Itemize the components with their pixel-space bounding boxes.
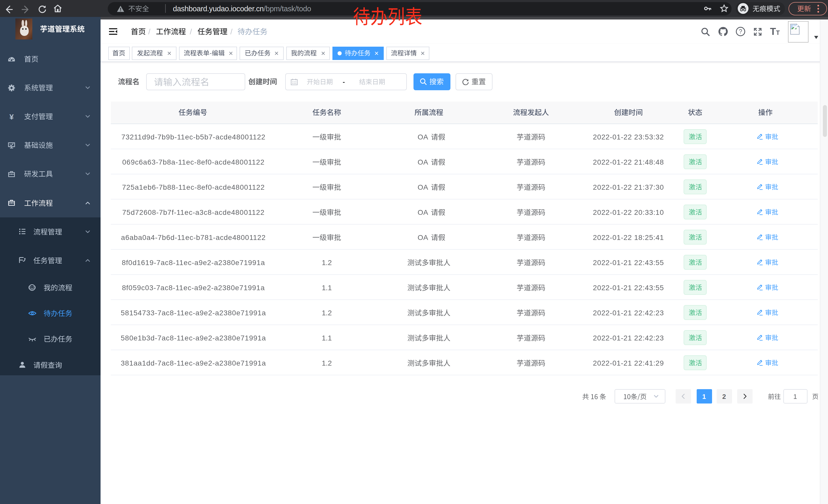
- svg-text:?: ?: [739, 28, 742, 35]
